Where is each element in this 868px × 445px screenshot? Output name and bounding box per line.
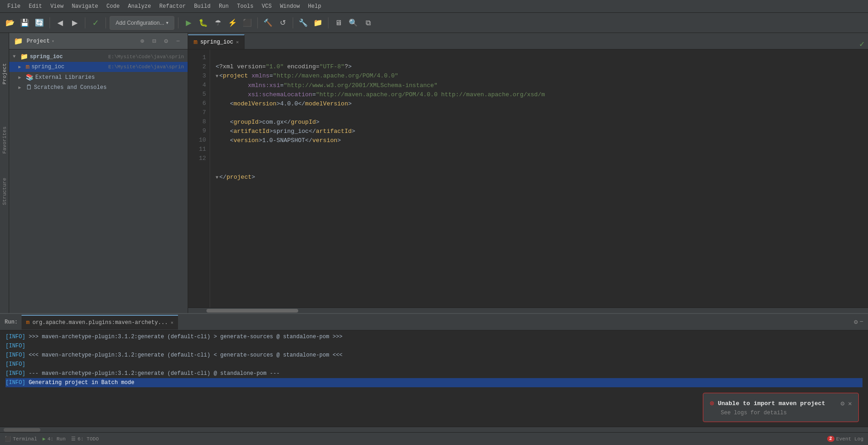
tree-arrow-root: ▼ — [13, 54, 18, 59]
editor-check-area: ✓ — [859, 39, 868, 49]
tab-close-button[interactable]: ✕ — [236, 39, 239, 45]
coverage-button[interactable]: ☂ — [211, 16, 224, 29]
profile-button[interactable]: ⚡ — [226, 16, 239, 29]
folder-open-icon: 📁 — [20, 53, 28, 60]
wrench-button[interactable]: 🔧 — [297, 16, 310, 29]
notification-close-button[interactable]: ✕ — [848, 400, 852, 407]
menu-analyze[interactable]: Analyze — [124, 2, 155, 11]
project-collapse-icon[interactable]: ⊟ — [149, 36, 159, 46]
tree-item-spring-ioc[interactable]: ▶ m spring_ioc E:\Mysite\Code\java\sprin — [9, 62, 188, 72]
todo-button[interactable]: ☰ 6: TODO — [71, 436, 99, 442]
project-tree: ▼ 📁 spring_ioc E:\Mysite\Code\java\sprin… — [9, 49, 188, 313]
status-right: 2 Event Log — [827, 436, 863, 442]
menu-code[interactable]: Code — [103, 2, 123, 11]
run-label: Run: — [5, 319, 18, 325]
tree-path-spring: E:\Mysite\Code\java\sprin — [108, 64, 184, 70]
line-num-2: 2 — [188, 62, 206, 71]
screen-button[interactable]: 🖥 — [332, 16, 345, 29]
open-folder-button[interactable]: 📂 — [4, 16, 17, 29]
tab-maven-icon: m — [194, 38, 197, 46]
run-header: Run: m org.apache.maven.plugins:maven-ar… — [0, 314, 868, 330]
menu-build[interactable]: Build — [190, 2, 214, 11]
horizontal-scrollbar[interactable] — [188, 308, 868, 313]
line-num-6: 6 — [188, 99, 206, 108]
left-strip: Project Favorites Structure — [0, 33, 9, 313]
toolbar-separator-4 — [178, 17, 178, 28]
stop-button[interactable]: ⬛ — [241, 16, 254, 29]
reload-button[interactable]: ↺ — [276, 16, 289, 29]
run-scrollbar-thumb[interactable] — [4, 428, 40, 432]
line-num-11: 11 — [188, 145, 206, 154]
run-tab-close[interactable]: ✕ — [171, 320, 173, 325]
run-config-check[interactable]: ✓ — [89, 16, 102, 29]
save-button[interactable]: 💾 — [18, 16, 31, 29]
menu-vcs[interactable]: VCS — [258, 2, 276, 11]
forward-button[interactable]: ▶ — [68, 16, 81, 29]
project-close-icon[interactable]: − — [173, 36, 183, 46]
project-side-label[interactable]: Project — [1, 60, 8, 87]
run-line-3: [INFO] <<< maven-archetype-plugin:3.1.2:… — [6, 351, 862, 360]
toolbar-separator-6 — [293, 17, 293, 28]
event-log-button[interactable]: 2 Event Log — [827, 436, 863, 442]
copy-button[interactable]: ⧉ — [362, 16, 374, 29]
notification-settings-icon[interactable]: ⚙ — [840, 400, 844, 407]
run-settings-icon[interactable]: ⚙ — [854, 318, 857, 326]
line-num-5: 5 — [188, 90, 206, 99]
menu-refactor[interactable]: Refactor — [156, 2, 189, 11]
menu-bar: File Edit View Navigate Code Analyze Ref… — [0, 0, 868, 13]
toolbar-separator-3 — [106, 17, 106, 28]
toolbar: 📂 💾 🔄 ◀ ▶ ✓ Add Configuration... ▾ ▶ 🐛 ☂… — [0, 13, 868, 33]
code-editor[interactable]: <?xml version="1.0" encoding="UTF-8"?> ▼… — [210, 49, 868, 308]
project-title: Project ▾ — [27, 38, 54, 44]
notification-body: See logs for details — [710, 410, 852, 416]
tree-label-ext: External Libraries — [35, 74, 184, 81]
menu-edit[interactable]: Edit — [25, 2, 46, 11]
debug-button[interactable]: 🐛 — [197, 16, 210, 29]
menu-window[interactable]: Window — [276, 2, 303, 11]
run-tab-maven[interactable]: m org.apache.maven.plugins:maven-archety… — [22, 315, 178, 330]
terminal-icon: ⬛ — [5, 436, 11, 442]
project-settings-icon[interactable]: ⚙ — [161, 36, 171, 46]
run-play-icon: ▶ — [43, 436, 46, 442]
tree-item-scratches[interactable]: ▶ 🗒 Scratches and Consoles — [9, 82, 188, 93]
run-scrollbar[interactable] — [0, 427, 868, 432]
run-line-6: [INFO] Generating project in Batch mode — [6, 378, 862, 387]
search-button[interactable]: 🔍 — [347, 16, 360, 29]
structure-side-label[interactable]: Structure — [1, 175, 8, 208]
toolbar-separator-5 — [257, 17, 258, 28]
project-header: 📁 Project ▾ ⊕ ⊟ ⚙ − — [9, 33, 188, 49]
menu-tools[interactable]: Tools — [234, 2, 257, 11]
editor-tabs: m spring_ioc ✕ ✓ — [188, 33, 868, 49]
add-configuration-button[interactable]: Add Configuration... ▾ — [110, 16, 174, 30]
run-button[interactable]: ▶ — [182, 16, 195, 29]
menu-file[interactable]: File — [4, 2, 24, 11]
back-button[interactable]: ◀ — [54, 16, 67, 29]
tree-item-external-libs[interactable]: ▶ 📚 External Libraries — [9, 72, 188, 82]
menu-view[interactable]: View — [47, 2, 67, 11]
build-project-button[interactable]: 🔨 — [262, 16, 274, 29]
todo-label: 6: TODO — [78, 436, 99, 442]
run-line-5: [INFO] --- maven-archetype-plugin:3.1.2:… — [6, 369, 862, 378]
project-add-icon[interactable]: ⊕ — [137, 36, 147, 46]
menu-navigate[interactable]: Navigate — [68, 2, 102, 11]
tree-item-root[interactable]: ▼ 📁 spring_ioc E:\Mysite\Code\java\sprin — [9, 51, 188, 62]
terminal-button[interactable]: ⬛ Terminal — [5, 436, 37, 442]
menu-run[interactable]: Run — [215, 2, 233, 11]
line-num-12: 12 — [188, 154, 206, 163]
scrollbar-thumb[interactable] — [206, 309, 298, 313]
tree-label-spring: spring_ioc — [31, 64, 106, 70]
add-config-dropdown-icon: ▾ — [166, 20, 168, 25]
line-num-4: 4 — [188, 81, 206, 90]
sync-button[interactable]: 🔄 — [33, 16, 46, 29]
run-status-button[interactable]: ▶ 4: Run — [43, 436, 66, 442]
editor-tab-pom[interactable]: m spring_ioc ✕ — [188, 34, 245, 49]
folder-button[interactable]: 📁 — [312, 16, 324, 29]
run-minimize-icon[interactable]: − — [860, 318, 863, 326]
event-log-label: Event Log — [836, 436, 863, 442]
notification-title: Unable to import maven project — [718, 400, 837, 407]
tree-path-root: E:\Mysite\Code\java\sprin — [108, 54, 184, 60]
menu-help[interactable]: Help — [304, 2, 325, 11]
run-line-1: [INFO] >>> maven-archetype-plugin:3.1.2:… — [6, 332, 862, 341]
event-log-badge: 2 — [827, 436, 835, 442]
favorites-side-label[interactable]: Favorites — [1, 124, 8, 156]
